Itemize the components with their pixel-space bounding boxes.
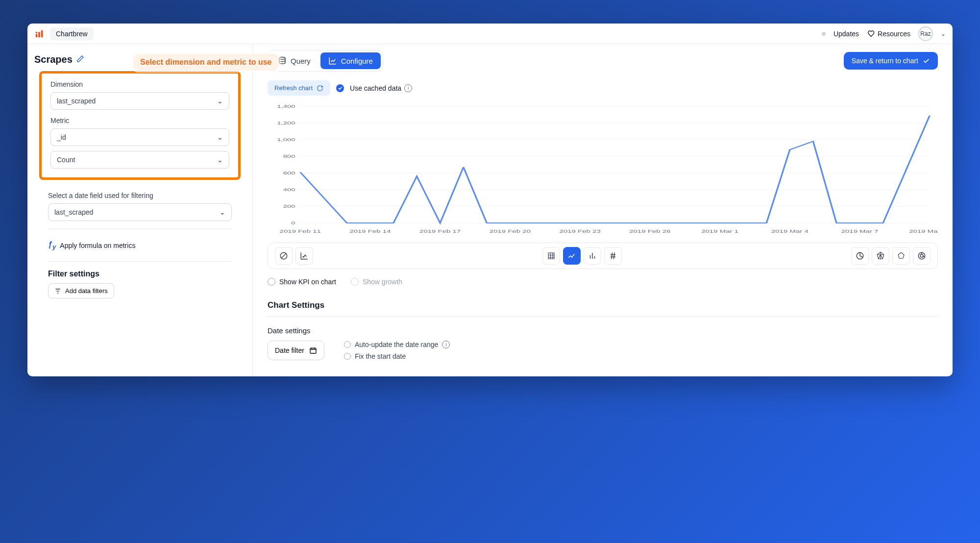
main-panel: Query Configure Save & return to chart R… bbox=[253, 44, 953, 376]
show-kpi-checkbox[interactable] bbox=[268, 278, 275, 286]
app-window: Chartbrew Updates Resources Raz ⌄ Select… bbox=[27, 24, 953, 376]
svg-text:2019 Feb 26: 2019 Feb 26 bbox=[629, 229, 670, 234]
line-chart-button[interactable] bbox=[563, 247, 581, 265]
configure-tab[interactable]: Configure bbox=[320, 52, 381, 69]
svg-rect-36 bbox=[310, 348, 316, 353]
highlighted-config-box: Dimension last_scraped ⌄ Metric _id ⌄ Co… bbox=[39, 71, 241, 180]
app-body: Select dimension and metric to use Scrap… bbox=[27, 44, 953, 376]
chevron-down-icon: ⌄ bbox=[217, 133, 223, 141]
pie-chart-button[interactable] bbox=[851, 247, 869, 265]
date-settings-title: Date settings bbox=[268, 326, 938, 335]
no-chart-button[interactable] bbox=[275, 247, 293, 265]
refresh-chart-button[interactable]: Refresh chart bbox=[268, 80, 330, 96]
date-field-value: last_scraped bbox=[54, 208, 93, 216]
configure-tab-label: Configure bbox=[341, 57, 373, 65]
svg-text:2019 Feb 14: 2019 Feb 14 bbox=[349, 229, 391, 234]
svg-text:800: 800 bbox=[283, 154, 295, 159]
dimension-select[interactable]: last_scraped ⌄ bbox=[50, 92, 229, 110]
updates-indicator-dot bbox=[822, 32, 826, 36]
svg-rect-2 bbox=[41, 30, 43, 37]
trend-chart-button[interactable] bbox=[295, 247, 313, 265]
metric-label: Metric bbox=[50, 117, 229, 124]
svg-text:1,000: 1,000 bbox=[277, 137, 295, 142]
svg-text:1,200: 1,200 bbox=[277, 121, 295, 125]
show-growth-checkbox[interactable] bbox=[351, 278, 359, 286]
svg-text:200: 200 bbox=[283, 204, 295, 209]
hash-icon bbox=[609, 251, 617, 260]
show-kpi-label: Show KPI on chart bbox=[279, 278, 336, 286]
info-icon[interactable]: i bbox=[404, 84, 412, 92]
add-data-filters-button[interactable]: Add data filters bbox=[48, 283, 114, 298]
edit-title-button[interactable] bbox=[76, 55, 84, 65]
chart-preview: 02004006008001,0001,2001,4002019 Feb 112… bbox=[268, 103, 938, 238]
query-tab-label: Query bbox=[291, 57, 311, 65]
apply-formula-button[interactable]: ƒy Apply formula on metrics bbox=[48, 237, 232, 253]
save-return-label: Save & return to chart bbox=[852, 57, 918, 65]
chevron-down-icon: ⌄ bbox=[220, 208, 225, 216]
dimension-value: last_scraped bbox=[57, 97, 96, 105]
use-cached-checkbox[interactable] bbox=[336, 84, 344, 92]
bar-chart-button[interactable] bbox=[584, 247, 601, 265]
user-menu-chevron-icon[interactable]: ⌄ bbox=[941, 30, 946, 37]
filter-icon bbox=[54, 288, 61, 295]
refresh-icon bbox=[317, 85, 323, 92]
doughnut-chart-button[interactable] bbox=[913, 247, 931, 265]
metric-agg-select[interactable]: Count ⌄ bbox=[50, 151, 229, 169]
svg-rect-0 bbox=[36, 34, 38, 37]
resources-link[interactable]: Resources bbox=[867, 30, 910, 38]
date-field-select[interactable]: last_scraped ⌄ bbox=[48, 203, 232, 221]
slash-circle-icon bbox=[279, 251, 288, 260]
pie-icon bbox=[856, 251, 864, 260]
updates-link[interactable]: Updates bbox=[833, 30, 859, 38]
check-icon bbox=[922, 57, 930, 65]
svg-text:600: 600 bbox=[283, 171, 295, 175]
refresh-chart-label: Refresh chart bbox=[274, 84, 313, 92]
line-chart: 02004006008001,0001,2001,4002019 Feb 112… bbox=[268, 103, 938, 236]
metric-field-select[interactable]: _id ⌄ bbox=[50, 128, 229, 146]
dimension-label: Dimension bbox=[50, 80, 229, 88]
metric-field-value: _id bbox=[57, 133, 66, 141]
table-chart-button[interactable] bbox=[542, 247, 560, 265]
resources-label: Resources bbox=[878, 30, 910, 38]
svg-point-35 bbox=[920, 254, 923, 257]
radar-chart-button[interactable] bbox=[872, 247, 889, 265]
user-avatar[interactable]: Raz bbox=[918, 26, 933, 41]
date-field-label: Select a date field used for filtering bbox=[48, 192, 232, 199]
info-icon[interactable]: i bbox=[442, 341, 450, 348]
save-return-button[interactable]: Save & return to chart bbox=[844, 52, 938, 70]
fx-icon: ƒy bbox=[48, 240, 56, 250]
apply-formula-label: Apply formula on metrics bbox=[60, 242, 135, 249]
show-growth-label: Show growth bbox=[363, 278, 402, 286]
svg-text:2019 Mar 7: 2019 Mar 7 bbox=[841, 229, 879, 234]
auto-update-checkbox[interactable] bbox=[344, 341, 351, 348]
add-data-filters-label: Add data filters bbox=[65, 287, 108, 295]
sidebar: Scrapes Dimension last_scraped ⌄ Metric … bbox=[27, 44, 253, 376]
svg-text:2019 Mar 4: 2019 Mar 4 bbox=[771, 229, 808, 234]
number-button[interactable] bbox=[604, 247, 622, 265]
metric-agg-value: Count bbox=[57, 156, 75, 164]
svg-point-3 bbox=[36, 31, 38, 33]
chevron-down-icon: ⌄ bbox=[217, 156, 223, 164]
svg-text:0: 0 bbox=[291, 221, 295, 225]
breadcrumb-app-name[interactable]: Chartbrew bbox=[50, 27, 94, 40]
use-cached-label: Use cached data bbox=[350, 84, 401, 92]
check-icon bbox=[338, 86, 343, 91]
doughnut-icon bbox=[917, 251, 926, 260]
date-filter-label: Date filter bbox=[275, 346, 304, 354]
chevron-down-icon: ⌄ bbox=[217, 97, 223, 105]
svg-text:2019 Feb 17: 2019 Feb 17 bbox=[419, 229, 461, 234]
fix-start-checkbox[interactable] bbox=[344, 353, 351, 360]
line-chart-icon bbox=[567, 251, 576, 260]
date-filter-button[interactable]: Date filter bbox=[268, 341, 324, 360]
callout-tooltip: Select dimension and metric to use bbox=[133, 54, 279, 71]
svg-text:2019 Mar 1: 2019 Mar 1 bbox=[701, 229, 738, 234]
topbar: Chartbrew Updates Resources Raz ⌄ bbox=[27, 24, 953, 44]
svg-text:2019 Mar 10: 2019 Mar 10 bbox=[909, 229, 938, 234]
polar-chart-button[interactable] bbox=[892, 247, 910, 265]
svg-text:2019 Feb 11: 2019 Feb 11 bbox=[280, 229, 321, 234]
mode-segment: Query Configure bbox=[268, 50, 383, 72]
auto-update-label: Auto-update the date range bbox=[355, 341, 438, 348]
divider bbox=[48, 261, 232, 262]
app-logo-icon bbox=[34, 28, 45, 39]
radar-icon bbox=[876, 251, 885, 260]
